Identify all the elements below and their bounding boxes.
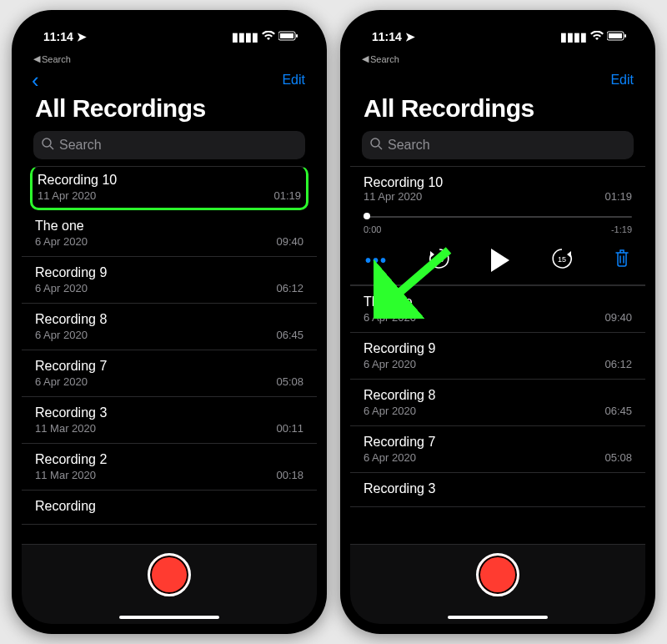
play-button[interactable] bbox=[491, 249, 509, 272]
breadcrumb[interactable]: ◀ Search bbox=[350, 53, 645, 68]
scrubber-knob[interactable] bbox=[364, 213, 370, 219]
search-input[interactable]: Search bbox=[33, 131, 305, 159]
skip-back-15-icon[interactable]: 15 bbox=[427, 246, 452, 274]
recording-row[interactable]: Recording 211 Mar 202000:18 bbox=[22, 444, 317, 491]
phone-right: 11:14 ➤ ▮▮▮▮ ◀ Search ‹ Edit All Recordi… bbox=[340, 10, 655, 634]
location-icon: ➤ bbox=[405, 30, 415, 43]
recording-row[interactable]: Recording 96 Apr 202006:12 bbox=[22, 257, 317, 304]
recording-row[interactable]: Recording 86 Apr 202006:45 bbox=[350, 380, 645, 426]
recording-row[interactable]: Recording bbox=[22, 491, 317, 525]
bottom-toolbar bbox=[350, 544, 645, 624]
recording-duration: 05:08 bbox=[276, 375, 303, 388]
edit-button[interactable]: Edit bbox=[610, 73, 634, 88]
search-placeholder: Search bbox=[388, 138, 430, 153]
recording-name: Recording 3 bbox=[35, 405, 303, 420]
location-icon: ➤ bbox=[77, 30, 87, 43]
recording-duration: 01:19 bbox=[273, 189, 301, 202]
svg-line-9 bbox=[379, 146, 382, 149]
recording-date: 11 Mar 2020 bbox=[35, 469, 96, 481]
recording-duration: 06:45 bbox=[276, 329, 303, 341]
back-button[interactable]: ‹ bbox=[28, 68, 43, 93]
recording-name: Recording 8 bbox=[364, 388, 632, 403]
svg-text:15: 15 bbox=[558, 255, 566, 264]
recording-name: Recording 9 bbox=[364, 341, 632, 356]
svg-point-3 bbox=[43, 138, 51, 147]
svg-text:15: 15 bbox=[435, 255, 444, 264]
recording-row[interactable]: Recording 96 Apr 202006:12 bbox=[350, 333, 645, 380]
nav-bar: ‹ Edit bbox=[350, 68, 645, 93]
recordings-list: Recording 1011 Apr 202001:19The one6 Apr… bbox=[22, 166, 317, 544]
recording-name: Recording 7 bbox=[364, 435, 632, 450]
recording-row[interactable]: Recording 311 Mar 202000:11 bbox=[22, 397, 317, 444]
recording-row[interactable]: Recording 3 bbox=[350, 473, 645, 507]
recording-name: Recording 10 bbox=[364, 175, 632, 190]
recording-row[interactable]: Recording 1011 Apr 202001:19 bbox=[30, 166, 308, 210]
page-title: All Recordings bbox=[350, 93, 645, 131]
recording-date: 6 Apr 2020 bbox=[35, 375, 88, 388]
recording-name: Recording 2 bbox=[35, 452, 303, 467]
notch bbox=[431, 10, 564, 30]
notch bbox=[103, 10, 236, 30]
home-indicator[interactable] bbox=[448, 616, 548, 619]
edit-button[interactable]: Edit bbox=[282, 73, 305, 88]
nav-bar: ‹ Edit bbox=[22, 68, 317, 93]
recording-date: 11 Apr 2020 bbox=[364, 190, 422, 203]
svg-marker-10 bbox=[430, 251, 434, 258]
recording-row[interactable]: Recording 76 Apr 202005:08 bbox=[22, 350, 317, 397]
recording-duration: 01:19 bbox=[604, 190, 632, 203]
search-placeholder: Search bbox=[59, 138, 102, 153]
recording-row[interactable]: Recording 86 Apr 202006:45 bbox=[22, 304, 317, 350]
svg-line-4 bbox=[50, 146, 53, 149]
playback-scrubber[interactable] bbox=[364, 211, 632, 223]
phone-left: 11:14 ➤ ▮▮▮▮ ◀ Search ‹ Edit All Recordi… bbox=[12, 10, 327, 634]
search-input[interactable]: Search bbox=[362, 131, 634, 159]
battery-icon bbox=[607, 30, 627, 43]
signal-icon: ▮▮▮▮ bbox=[232, 30, 258, 43]
record-button[interactable] bbox=[476, 553, 519, 596]
battery-icon bbox=[278, 30, 298, 43]
home-indicator[interactable] bbox=[119, 616, 219, 619]
more-options-button[interactable]: ••• bbox=[365, 251, 388, 270]
screen-left: 11:14 ➤ ▮▮▮▮ ◀ Search ‹ Edit All Recordi… bbox=[22, 20, 317, 624]
svg-marker-12 bbox=[567, 251, 571, 258]
recording-date: 11 Mar 2020 bbox=[35, 422, 96, 435]
recording-date: 11 Apr 2020 bbox=[38, 189, 96, 202]
svg-rect-1 bbox=[280, 33, 293, 38]
recording-duration: 09:40 bbox=[276, 235, 303, 248]
svg-rect-2 bbox=[296, 34, 298, 38]
recordings-list: Recording 10 11 Apr 2020 01:19 0:00 -1:1… bbox=[350, 166, 645, 544]
remaining-time: -1:19 bbox=[611, 224, 632, 234]
breadcrumb-label: Search bbox=[370, 54, 399, 64]
svg-point-8 bbox=[371, 138, 379, 147]
svg-rect-7 bbox=[624, 34, 626, 38]
recording-duration: 00:11 bbox=[276, 422, 303, 435]
recording-date: 6 Apr 2020 bbox=[35, 282, 88, 294]
svg-rect-6 bbox=[609, 33, 622, 38]
search-icon bbox=[42, 138, 54, 153]
recording-duration: 05:08 bbox=[604, 451, 632, 464]
recording-name: The one bbox=[364, 294, 632, 309]
recording-duration: 06:12 bbox=[604, 358, 632, 370]
clock: 11:14 bbox=[43, 30, 73, 43]
delete-button[interactable] bbox=[614, 249, 630, 272]
recording-row[interactable]: The one6 Apr 202009:40 bbox=[350, 285, 645, 333]
search-icon bbox=[370, 138, 383, 153]
skip-forward-15-icon[interactable]: 15 bbox=[549, 246, 574, 274]
breadcrumb[interactable]: ◀ Search bbox=[22, 53, 317, 68]
recording-name: Recording 7 bbox=[35, 359, 303, 374]
recording-name: Recording 10 bbox=[38, 173, 301, 188]
screen-right: 11:14 ➤ ▮▮▮▮ ◀ Search ‹ Edit All Recordi… bbox=[350, 20, 645, 624]
chevron-left-icon: ◀ bbox=[33, 53, 40, 64]
recording-duration: 00:18 bbox=[276, 469, 303, 481]
wifi-icon bbox=[590, 30, 604, 43]
recording-duration: 06:45 bbox=[604, 405, 632, 417]
bottom-toolbar bbox=[22, 544, 317, 624]
record-button[interactable] bbox=[148, 553, 191, 596]
recording-date: 6 Apr 2020 bbox=[35, 235, 88, 248]
recording-date: 6 Apr 2020 bbox=[35, 329, 88, 341]
page-title: All Recordings bbox=[22, 93, 317, 131]
recording-row[interactable]: The one6 Apr 202009:40 bbox=[22, 210, 317, 257]
recording-row[interactable]: Recording 76 Apr 202005:08 bbox=[350, 426, 645, 473]
recording-date: 6 Apr 2020 bbox=[364, 358, 416, 370]
recording-expanded[interactable]: Recording 10 11 Apr 2020 01:19 0:00 -1:1… bbox=[350, 166, 645, 285]
